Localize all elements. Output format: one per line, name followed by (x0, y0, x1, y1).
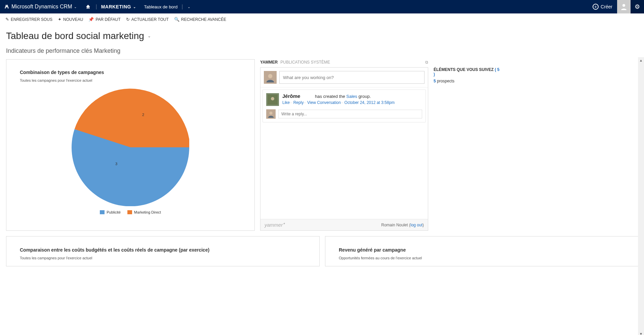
settings-button[interactable]: ⚙ (631, 0, 644, 13)
main-column: Combinaison de types de campagnes Toutes… (6, 59, 639, 335)
refresh-all-button[interactable]: ↻ACTUALISER TOUT (126, 17, 169, 22)
chevron-down-icon: ⌄ (133, 5, 136, 9)
reply-link[interactable]: Reply (293, 100, 304, 105)
post-action-text: has created the Sales group. (315, 94, 371, 99)
chart-legend: Publicité Marketing Direct (100, 210, 161, 214)
campaign-type-chart-card: Combinaison de types de campagnes Toutes… (6, 59, 255, 231)
yammer-footer-user: Romain Noulet (log out) (381, 223, 424, 227)
chevron-down-icon: ⌄ (148, 34, 151, 38)
create-button[interactable]: + Créer (588, 0, 617, 13)
budget-vs-actual-card: Comparaison entre les coûts budgétés et … (6, 236, 320, 266)
vertical-scrollbar[interactable]: ▲ ▼ (638, 57, 644, 335)
reply-row (266, 109, 422, 119)
gear-icon: ⚙ (635, 3, 640, 10)
top-nav: Microsoft Dynamics CRM ⌄ | MARKETING ⌄ T… (0, 0, 644, 13)
view-conversation-link[interactable]: View Conversation (307, 100, 341, 105)
subarea-menu[interactable]: Tableaux de bord (140, 0, 182, 13)
post-author-avatar (266, 93, 279, 106)
pie-value-publicite: 3 (115, 162, 117, 166)
post-meta: Like· Reply· View Conversation· October … (282, 100, 395, 105)
page-header: Tableau de bord social marketing ⌄ Indic… (0, 25, 644, 57)
reply-avatar (266, 109, 276, 119)
nav-left: Microsoft Dynamics CRM ⌄ | MARKETING ⌄ T… (0, 0, 193, 13)
brand-label: Microsoft Dynamics CRM (11, 4, 72, 10)
save-as-button[interactable]: ✎ENREGISTRER SOUS (5, 17, 52, 22)
legend-item-marketing-direct: Marketing Direct (127, 210, 161, 214)
scroll-down-button[interactable]: ▼ (638, 331, 644, 335)
area-label: MARKETING (101, 4, 131, 9)
subarea-dropdown[interactable]: ⌄ (183, 0, 193, 13)
create-label: Créer (601, 4, 612, 9)
advanced-find-button[interactable]: 🔍RECHERCHE AVANCÉE (174, 17, 226, 22)
card-subtitle: Opportunités fermées au cours de l'exerc… (339, 256, 625, 260)
save-as-icon: ✎ (5, 17, 9, 22)
logout-link[interactable]: log out (410, 223, 422, 227)
follow-line-prospects[interactable]: 5 prospects (434, 79, 501, 83)
chevron-down-icon: ⌄ (74, 5, 77, 9)
svg-point-4 (269, 112, 272, 115)
revenue-by-campaign-card: Revenu généré par campagne Opportunités … (325, 236, 639, 266)
chart-subtitle: Toutes les campagnes pour l'exercice act… (20, 78, 241, 82)
dashboard-content: Combinaison de types de campagnes Toutes… (0, 57, 644, 335)
legend-swatch (127, 210, 132, 214)
like-link[interactable]: Like (282, 100, 290, 105)
chart-title: Combinaison de types de campagnes (20, 70, 241, 75)
new-icon: ✦ (58, 17, 62, 22)
reply-input[interactable] (278, 110, 422, 118)
user-profile-button[interactable] (617, 0, 631, 13)
page-title-text: Tableau de bord social marketing (6, 31, 144, 41)
brand-logo-icon (4, 4, 9, 10)
brand-menu[interactable]: Microsoft Dynamics CRM ⌄ (0, 0, 81, 13)
subarea-label: Tableaux de bord (144, 4, 177, 9)
card-subtitle: Toutes les campagnes pour l'exercice act… (20, 256, 306, 260)
compose-input[interactable] (279, 71, 425, 84)
pie-value-marketing-direct: 2 (142, 113, 144, 117)
post-group-link[interactable]: Sales (346, 94, 357, 99)
scroll-up-button[interactable]: ▲ (638, 57, 644, 63)
legend-item-publicite: Publicité (100, 210, 121, 214)
post-author[interactable]: Jérôme (282, 93, 300, 99)
follow-title: ÉLÉMENTS QUE VOUS SUIVEZ ( 5 ) (434, 67, 501, 77)
pin-icon: 📌 (88, 17, 94, 22)
dashboard-title-selector[interactable]: Tableau de bord social marketing ⌄ (6, 31, 638, 41)
new-button[interactable]: ✦NOUVEAU (58, 17, 83, 22)
compose-row (260, 68, 428, 87)
pie-chart: 2 3 Publicité Marketing Direct (20, 88, 241, 214)
yammer-tabs: YAMMER PUBLICATIONS SYSTÈME ⧉ (260, 59, 428, 65)
svg-point-1 (268, 74, 273, 78)
section-title: Indicateurs de performance clés Marketin… (6, 47, 638, 54)
svg-point-3 (271, 97, 274, 101)
popout-icon[interactable]: ⧉ (425, 60, 428, 65)
legend-swatch (100, 210, 105, 214)
yammer-feed: Jérôme has created the Sales group. Like… (260, 87, 428, 219)
binoculars-icon: 🔍 (174, 17, 179, 22)
follow-panel: ÉLÉMENTS QUE VOUS SUIVEZ ( 5 ) 5 prospec… (434, 59, 501, 231)
command-bar: ✎ENREGISTRER SOUS ✦NOUVEAU 📌PAR DÉFAUT ↻… (0, 13, 644, 25)
chevron-down-icon: ⌄ (188, 5, 190, 9)
refresh-icon: ↻ (126, 17, 130, 22)
bottom-row: Comparaison entre les coûts budgétés et … (6, 236, 639, 266)
area-menu[interactable]: MARKETING ⌄ (97, 0, 140, 13)
current-user-avatar (264, 71, 277, 84)
svg-point-0 (622, 4, 625, 7)
tab-yammer[interactable]: YAMMER (260, 60, 278, 65)
tab-system-posts[interactable]: PUBLICATIONS SYSTÈME (280, 60, 330, 65)
set-default-button[interactable]: 📌PAR DÉFAUT (88, 17, 120, 22)
user-icon (620, 3, 628, 11)
card-title: Comparaison entre les coûts budgétés et … (20, 247, 306, 253)
plus-icon: + (593, 4, 599, 10)
card-title: Revenu généré par campagne (339, 247, 625, 253)
feed-item: Jérôme has created the Sales group. Like… (263, 89, 426, 122)
yammer-footer: yammer✦ Romain Noulet (log out) (260, 219, 428, 230)
nav-right: + Créer ⚙ (588, 0, 644, 13)
post-timestamp[interactable]: October 24, 2012 at 3:58pm (345, 100, 395, 105)
post-content: Jérôme has created the Sales group. Like… (282, 93, 395, 106)
home-button[interactable] (81, 0, 95, 13)
yammer-panel: YAMMER PUBLICATIONS SYSTÈME ⧉ (260, 59, 428, 231)
yammer-body: Jérôme has created the Sales group. Like… (260, 67, 428, 231)
yammer-logo: yammer✦ (265, 222, 285, 228)
